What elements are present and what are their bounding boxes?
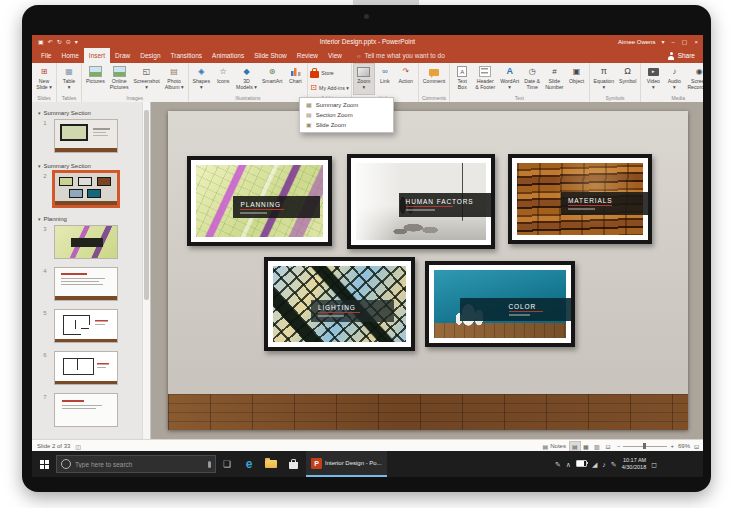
frame-planning[interactable]: PLANNING	[187, 156, 332, 246]
frame-materials[interactable]: MATERIALS	[508, 154, 652, 244]
text-box-button[interactable]: ATextBox	[452, 64, 472, 94]
date-time-button[interactable]: ◷Date &Time	[522, 64, 542, 94]
edge-icon[interactable]: e	[238, 451, 260, 477]
fit-slide-icon[interactable]: ⊡	[694, 443, 699, 450]
section-header-planning[interactable]: ▾Planning	[32, 214, 142, 224]
slide-2-thumbnail[interactable]	[54, 172, 118, 206]
menu-item-summary-zoom[interactable]: ▦Summary Zoom	[300, 100, 393, 110]
slide-sorter-view-icon[interactable]: ▦	[581, 442, 591, 451]
3d-models-button[interactable]: ◆3DModels ▾	[234, 64, 259, 94]
symbol-button[interactable]: ΩSymbol	[617, 64, 638, 94]
clock[interactable]: 10:17 AM 4/30/2018	[622, 457, 646, 471]
panel-scrollbar[interactable]	[142, 102, 150, 439]
slide-1-thumbnail[interactable]	[54, 119, 118, 153]
minimize-icon[interactable]: –	[671, 39, 674, 45]
online-pictures-button[interactable]: OnlinePictures	[108, 64, 131, 94]
start-button[interactable]	[32, 451, 56, 477]
taskbar-search[interactable]: Type here to search	[56, 455, 216, 473]
photo-album-button[interactable]: ▤PhotoAlbum ▾	[163, 64, 186, 94]
slide-4-thumbnail[interactable]	[54, 267, 118, 301]
file-explorer-icon[interactable]	[260, 451, 282, 477]
microsoft-store-icon[interactable]	[282, 451, 304, 477]
chart-button[interactable]: Chart	[285, 64, 305, 94]
tab-draw[interactable]: Draw	[110, 48, 135, 63]
tab-view[interactable]: View	[323, 48, 347, 63]
tab-insert[interactable]: Insert	[84, 48, 110, 63]
accessibility-icon[interactable]: ◫	[75, 443, 81, 450]
tab-slide-show[interactable]: Slide Show	[249, 48, 292, 63]
redo-icon[interactable]: ↻	[57, 39, 62, 45]
windows-ink-icon[interactable]: ✎	[555, 461, 561, 468]
hidden-icons-chevron-icon[interactable]: ∧	[566, 461, 571, 468]
zoom-percentage[interactable]: 69%	[678, 443, 690, 449]
network-icon[interactable]: ◢	[592, 461, 597, 468]
pen-icon[interactable]: ✎	[611, 461, 617, 468]
slideshow-view-icon[interactable]: ⊡	[603, 442, 613, 451]
close-icon[interactable]: ×	[694, 39, 698, 45]
tell-me-box[interactable]: ☼ Tell me what you want to do	[356, 48, 445, 63]
ribbon-display-options-icon[interactable]: ▾	[661, 39, 664, 45]
slide-6-thumbnail[interactable]	[54, 351, 118, 385]
comment-button[interactable]: Comment	[421, 64, 448, 94]
equation-button[interactable]: πEquation▾	[592, 64, 616, 94]
zoom-button[interactable]: Zoom▾	[354, 64, 374, 94]
notes-button[interactable]: ▤ Notes	[543, 443, 566, 450]
section-header-summary-section[interactable]: ▾Summary Section	[32, 161, 142, 171]
frame-color[interactable]: COLOR	[425, 261, 575, 347]
smartart-button[interactable]: ⊛SmartArt	[260, 64, 284, 94]
audio-button[interactable]: ♪Audio▾	[664, 64, 684, 94]
tab-transitions[interactable]: Transitions	[166, 48, 208, 63]
share-button[interactable]: Share	[668, 48, 695, 63]
battery-icon[interactable]	[576, 460, 587, 468]
restore-icon[interactable]: ▢	[682, 39, 688, 45]
normal-view-icon[interactable]: ▤	[570, 442, 580, 451]
frame-lighting[interactable]: LIGHTING	[264, 257, 415, 351]
customize-quick-access-icon[interactable]: ▾	[75, 39, 78, 45]
new-slide-button[interactable]: ⊞NewSlide ▾	[34, 64, 54, 94]
slide-number-button[interactable]: #SlideNumber	[543, 64, 565, 94]
slide-3-thumbnail[interactable]	[54, 225, 118, 259]
menu-item-slide-zoom[interactable]: ▣Slide Zoom	[300, 120, 393, 130]
tab-review[interactable]: Review	[292, 48, 323, 63]
tab-animations[interactable]: Animations	[207, 48, 249, 63]
scrollbar-thumb[interactable]	[144, 110, 149, 300]
action-center-icon[interactable]: ◻	[651, 461, 657, 468]
video-button[interactable]: ▸Video▾	[643, 64, 663, 94]
action-button[interactable]: ↷Action	[396, 64, 416, 94]
zoom-in-button[interactable]: +	[670, 443, 674, 449]
table-button[interactable]: ▦Table▾	[59, 64, 79, 94]
wordart-button[interactable]: AWordArt▾	[498, 64, 521, 94]
slide-number: 2	[36, 172, 54, 206]
tab-home[interactable]: Home	[56, 48, 83, 63]
current-slide[interactable]: PLANNINGHUMAN FACTORSMATERIALSLIGHTINGCO…	[168, 111, 688, 430]
shapes-button[interactable]: ◈Shapes▾	[191, 64, 213, 94]
user-name[interactable]: Aimee Owens	[618, 39, 655, 45]
link-button[interactable]: ∞Link	[375, 64, 395, 94]
reading-view-icon[interactable]: ▥	[592, 442, 602, 451]
zoom-slider[interactable]	[623, 446, 667, 447]
frame-human-factors[interactable]: HUMAN FACTORS	[347, 154, 495, 249]
save-icon[interactable]: ▣	[38, 39, 44, 45]
object-button[interactable]: ▣Object	[567, 64, 587, 94]
touch-mode-icon[interactable]: ⊙	[66, 39, 71, 45]
undo-icon[interactable]: ↶	[48, 39, 53, 45]
taskbar-powerpoint-button[interactable]: P Interior Design - Po...	[306, 451, 387, 477]
menu-item-section-zoom[interactable]: ▤Section Zoom	[300, 110, 393, 120]
my-add-ins-button[interactable]: ⊡My Add-ins ▾	[310, 82, 348, 94]
pictures-button[interactable]: Pictures	[84, 64, 107, 94]
slide-7-thumbnail[interactable]	[54, 393, 118, 427]
zoom-slider-thumb[interactable]	[643, 443, 646, 449]
zoom-out-button[interactable]: −	[617, 443, 621, 449]
slide-5-thumbnail[interactable]	[54, 309, 118, 343]
microphone-icon[interactable]	[208, 461, 211, 468]
store-button[interactable]: Store	[310, 67, 333, 79]
tab-design[interactable]: Design	[135, 48, 165, 63]
header-footer-button[interactable]: Header& Footer	[473, 64, 497, 94]
tab-file[interactable]: File	[36, 48, 56, 63]
task-view-icon[interactable]: ❏	[216, 451, 238, 477]
section-header-summary-section[interactable]: ▾Summary Section	[32, 108, 142, 118]
screen-recording-button[interactable]: ◉ScreenRecording	[685, 64, 703, 94]
volume-icon[interactable]: ♪	[602, 461, 606, 468]
icons-button[interactable]: ☆Icons	[213, 64, 233, 94]
screenshot-button[interactable]: ◱Screenshot▾	[132, 64, 162, 94]
